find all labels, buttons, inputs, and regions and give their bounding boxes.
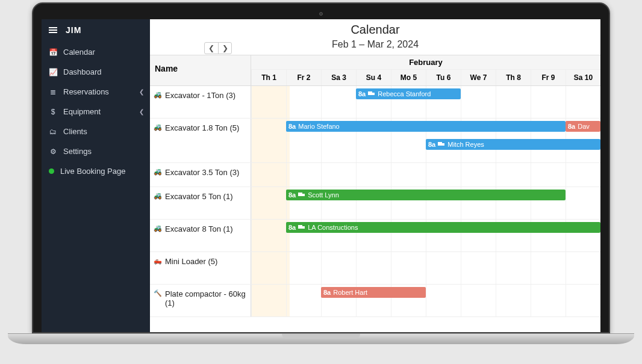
hamburger-icon[interactable] [49,26,57,34]
resource-name: 🚜Excavator 8 Ton (1) [150,220,251,251]
event-time: 8a [288,123,296,130]
booking-event[interactable]: 8aScott Lynn [286,190,566,200]
equipment-icon: 🚜 [154,168,162,176]
dollar-icon: $ [49,108,57,116]
camera-dot [319,12,323,16]
list-icon: ≣ [49,88,57,96]
day-header: Su 4 [356,70,391,85]
event-label: Scott Lynn [308,191,339,199]
resource-row: 🚜Excavator 3.5 Ton (3) [150,163,600,187]
event-time: 8a [288,191,296,199]
calendar-grid: Name February Th 1Fr 2Sa 3Su 4Mo 5Tu 6We… [150,55,600,317]
day-header: Sa 3 [321,70,356,85]
chevron-left-icon: ❮ [139,108,144,115]
event-time: 8a [358,90,366,97]
event-label: Mario Stefano [298,123,339,130]
equipment-icon: 🚜 [154,224,162,232]
booking-event[interactable]: 8aRobert Hart [321,287,426,298]
equipment-icon: 🔨 [154,289,162,297]
booking-event[interactable]: 8aMitch Reyes [426,139,600,150]
sidebar-item-dashboard[interactable]: 📈Dashboard [42,62,150,82]
day-header: Tu 6 [426,70,461,85]
slots-area: 8aLA Constructions [251,220,600,251]
event-time: 8a [288,224,296,231]
truck-icon [298,193,305,198]
resource-name: 🚜Excavator 1.8 Ton (5) [150,119,251,162]
equipment-icon: 🛻 [154,257,162,265]
event-time: 8a [428,141,435,148]
resource-row: 🚜Excavator 8 Ton (1)8aLA Constructions [150,220,600,252]
event-label: Robert Hart [333,289,367,296]
next-button[interactable]: ❯ [218,43,231,54]
gear-icon: ⚙ [49,147,57,156]
booking-event[interactable]: 8aDav [566,121,600,132]
truck-icon [298,225,305,230]
resource-row: 🛻Mini Loader (5) [150,252,600,285]
calendar-icon: 📅 [49,48,57,57]
event-time: 8a [568,123,575,130]
sidebar-item-label: Settings [63,147,92,156]
month-header: February [251,55,600,70]
event-label: Mitch Reyes [447,141,484,148]
booking-event[interactable]: 8aLA Constructions [286,222,600,233]
day-header: Sa 10 [566,70,600,85]
brand-logo: JIM [66,25,81,35]
event-label: Dav [578,123,590,130]
live-status-icon [49,168,54,174]
chart-icon: 📈 [49,68,57,76]
sidebar-item-clients[interactable]: 🗂Clients [42,122,150,141]
sidebar: JIM 📅Calendar📈Dashboard≣Reservations❮$Eq… [42,19,150,332]
page-title: Calendar [150,23,600,37]
resource-row: 🔨Plate compactor - 60kg (1)8aRobert Hart [150,285,600,317]
equipment-icon: 🚜 [154,91,162,99]
slots-area: 8aRobert Hart [251,285,600,316]
resource-row: 🚜Excavator 1.8 Ton (5)8aMario Stefano8aD… [150,119,600,163]
resource-name: 🚜Excavator 3.5 Ton (3) [150,163,251,187]
truck-icon [368,91,375,97]
calendar-nav: ❮ ❯ [204,42,232,54]
sidebar-item-label: Dashboard [63,67,102,76]
event-label: Rebecca Stanford [378,90,431,97]
slots-area [251,252,600,284]
sidebar-item-equipment[interactable]: $Equipment❮ [42,102,150,122]
equipment-icon: 🚜 [154,123,162,131]
slots-area: 8aRebecca Stanford [251,86,600,118]
day-header: We 7 [461,70,496,85]
name-header: Name [150,55,251,85]
sidebar-item-live-booking-page[interactable]: Live Booking Page [42,161,150,181]
sidebar-item-label: Clients [63,127,87,136]
sidebar-item-settings[interactable]: ⚙Settings [42,141,150,161]
slots-area [251,163,600,187]
truck-icon [438,142,445,147]
day-header: Th 8 [496,70,531,85]
day-header: Fr 9 [531,70,566,85]
sidebar-item-label: Calendar [63,48,95,57]
event-time: 8a [323,289,331,296]
sidebar-item-label: Reservations [63,87,109,96]
resource-name: 🚜Excavator - 1Ton (3) [150,86,251,118]
day-header: Mo 5 [391,70,426,85]
card-icon: 🗂 [49,128,57,136]
equipment-icon: 🚜 [154,192,162,200]
day-header: Fr 2 [286,70,321,85]
prev-button[interactable]: ❮ [205,43,218,54]
chevron-left-icon: ❮ [139,88,144,95]
resource-name: 🔨Plate compactor - 60kg (1) [150,285,251,316]
day-header: Th 1 [251,70,286,85]
resource-name: 🚜Excavator 5 Ton (1) [150,187,251,219]
main-content: Calendar Feb 1 – Mar 2, 2024 ❮ ❯ Name Fe… [150,19,600,332]
resource-row: 🚜Excavator 5 Ton (1)8aScott Lynn [150,187,600,220]
sidebar-item-label: Live Booking Page [60,167,125,176]
resource-name: 🛻Mini Loader (5) [150,252,251,284]
slots-area: 8aMario Stefano8aDav8aMitch Reyes [251,119,600,162]
resource-row: 🚜Excavator - 1Ton (3)8aRebecca Stanford [150,86,600,119]
sidebar-item-calendar[interactable]: 📅Calendar [42,42,150,62]
slots-area: 8aScott Lynn [251,187,600,219]
booking-event[interactable]: 8aMario Stefano [286,121,566,132]
booking-event[interactable]: 8aRebecca Stanford [356,88,461,99]
sidebar-item-label: Equipment [63,107,101,116]
event-label: LA Constructions [308,224,358,231]
sidebar-item-reservations[interactable]: ≣Reservations❮ [42,82,150,102]
